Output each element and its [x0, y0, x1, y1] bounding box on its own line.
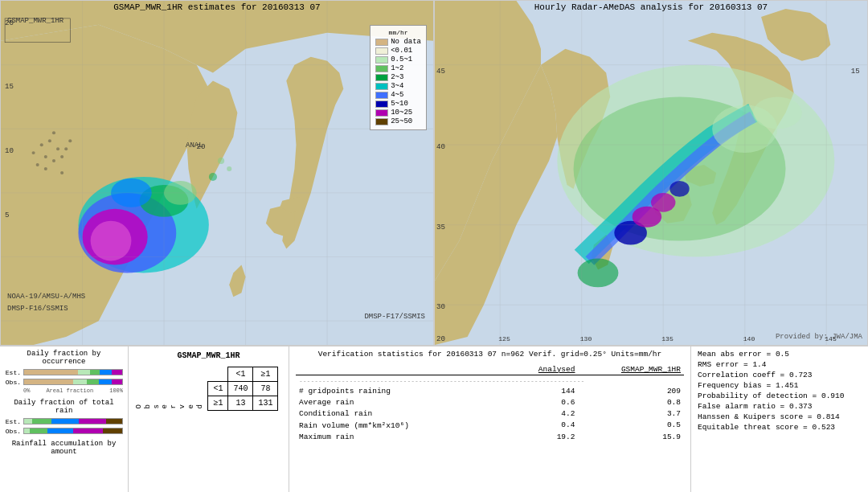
svg-text:140: 140 — [743, 335, 755, 342]
cont-row-lt1: <1 740 78 — [208, 382, 278, 396]
obs-bar-trace — [73, 379, 87, 384]
contingency-table-wrapper: Observed <1 ≥1 <1 740 78 — [135, 367, 282, 447]
svg-text:45: 45 — [436, 67, 445, 76]
svg-point-12 — [48, 139, 51, 142]
cont-cell-lt1-lt1: 740 — [228, 382, 253, 396]
main-container: GSMAP_MWR_1HR estimates for 20160313 07 — [0, 0, 868, 492]
legend-item-1-2: 1~2 — [375, 64, 421, 72]
verif-row-analyzed: 0.6 — [510, 396, 579, 408]
tr-obs-bar4 — [73, 428, 103, 433]
right-map-attribution: Provided by: JWA/JMA — [776, 333, 862, 341]
svg-point-20 — [68, 139, 72, 142]
tr-bar2 — [32, 419, 51, 424]
legend-item-trace: <0.01 — [375, 47, 421, 55]
svg-point-8 — [218, 158, 224, 164]
svg-point-14 — [44, 155, 47, 158]
legend-item-0.5-1: 0.5~1 — [375, 55, 421, 64]
occurrence-est-row: Est. — [5, 368, 123, 376]
contingency-table: <1 ≥1 <1 740 78 ≥1 13 131 — [207, 367, 278, 411]
total-rain-section: Daily fraction of total rain Est. Obs. — [5, 399, 123, 435]
verif-table: Analysed GSMAP_MWR_1HR -----------------… — [296, 363, 684, 442]
legend-label-10-25: 10~25 — [391, 109, 412, 117]
axis-label: Areal fraction — [46, 387, 93, 394]
bar-light — [90, 370, 100, 375]
legend: mm/hr No data <0.01 0.5~1 1~2 — [370, 25, 427, 130]
svg-text:135: 135 — [661, 335, 674, 342]
cont-empty-cell — [208, 367, 228, 382]
equitable-threat: Equitable threat score = 0.523 — [698, 423, 862, 432]
legend-label-3-4: 3~4 — [391, 82, 403, 90]
verif-row-label: Average rain — [296, 396, 510, 408]
cont-col-lt1: <1 — [228, 367, 253, 382]
obs-bar-light — [87, 379, 99, 384]
legend-item-2-3: 2~3 — [375, 73, 421, 81]
svg-point-4 — [91, 221, 132, 261]
total-rain-title: Daily fraction of total rain — [5, 399, 123, 415]
legend-color-0.5-1 — [375, 56, 388, 64]
occurrence-title: Daily fraction by occurrence — [5, 350, 123, 366]
occurrence-section: Daily fraction by occurrence Est. Obs. — [5, 350, 123, 394]
svg-text:15: 15 — [851, 67, 860, 76]
legend-color-2-3 — [375, 74, 388, 81]
obs-label-text: Observed — [135, 404, 204, 408]
svg-point-13 — [56, 147, 59, 150]
verif-row-analyzed: 144 — [510, 385, 579, 396]
prob-detection: Probability of detection = 0.910 — [698, 392, 862, 400]
correlation-coeff: Correlation coeff = 0.723 — [698, 371, 862, 379]
total-rain-obs-bar — [23, 428, 123, 434]
legend-label-2-3: 2~3 — [391, 73, 403, 81]
freq-bias: Frequency bias = 1.451 — [698, 381, 862, 390]
axis-end: 100% — [109, 387, 123, 394]
legend-color-10-25 — [375, 109, 388, 117]
right-map-title: Hourly Radar-AMeDAS analysis for 2016031… — [534, 2, 768, 12]
legend-item-4-5: 4~5 — [375, 91, 421, 99]
rms-error: RMS error = 1.4 — [698, 360, 862, 369]
svg-text:130: 130 — [580, 335, 592, 342]
svg-point-19 — [32, 151, 35, 154]
svg-text:15: 15 — [5, 83, 14, 92]
verif-row-label: Conditional rain — [296, 408, 510, 419]
svg-text:5: 5 — [5, 211, 9, 219]
tr-bar3 — [51, 419, 79, 424]
svg-text:10: 10 — [5, 146, 14, 155]
legend-color-3-4 — [375, 83, 388, 90]
verif-data-row: # gridpoints raining 144 209 — [296, 385, 684, 396]
obs-bar-nodata — [24, 379, 73, 384]
svg-point-45 — [669, 181, 689, 197]
verif-col-analyzed-header: Analysed — [510, 363, 579, 375]
verif-data-row: Conditional rain 4.2 3.7 — [296, 408, 684, 419]
verif-row-analyzed: 0.4 — [510, 419, 579, 431]
svg-point-21 — [44, 167, 47, 170]
occurrence-axis: 0% Areal fraction 100% — [5, 387, 123, 394]
tr-bar5 — [106, 419, 122, 424]
svg-point-10 — [209, 173, 217, 181]
occurrence-est-label: Est. — [5, 369, 21, 376]
axis-start: 0% — [23, 387, 30, 394]
svg-point-15 — [52, 159, 55, 162]
svg-point-47 — [753, 96, 802, 129]
verif-row-analyzed: 4.2 — [510, 408, 579, 419]
svg-point-17 — [60, 155, 63, 158]
svg-text:20: 20 — [436, 334, 445, 343]
total-rain-obs-row: Obs. — [5, 427, 123, 435]
verif-row-label: Rain volume (mm*km²x10⁶) — [296, 419, 510, 431]
legend-color-5-10 — [375, 100, 388, 108]
legend-color-nodata — [375, 39, 388, 46]
legend-color-25-50 — [375, 118, 388, 125]
mean-abs-error: Mean abs error = 0.5 — [698, 350, 862, 359]
svg-point-23 — [60, 171, 63, 174]
tr-obs-bar3 — [47, 428, 73, 433]
verif-panel: Verification statistics for 20160313 07 … — [289, 346, 691, 492]
right-map-svg: 45 40 35 30 20 125 130 135 140 145 15 — [435, 1, 867, 345]
cont-cell-lt1-ge1: 78 — [253, 382, 278, 396]
svg-point-11 — [40, 143, 43, 146]
contingency-panel: GSMAP_MWR_1HR Observed <1 ≥1 <1 740 — [129, 346, 289, 492]
svg-point-9 — [227, 166, 231, 171]
bar-mod — [100, 370, 112, 375]
total-rain-est-label: Est. — [5, 418, 21, 425]
tr-obs-bar5 — [103, 428, 122, 433]
legend-item-nodata: No data — [375, 38, 421, 46]
legend-color-trace — [375, 47, 388, 55]
svg-text:125: 125 — [498, 335, 510, 342]
left-map-source-label: GSMAP_MWR_1HR — [7, 17, 63, 25]
